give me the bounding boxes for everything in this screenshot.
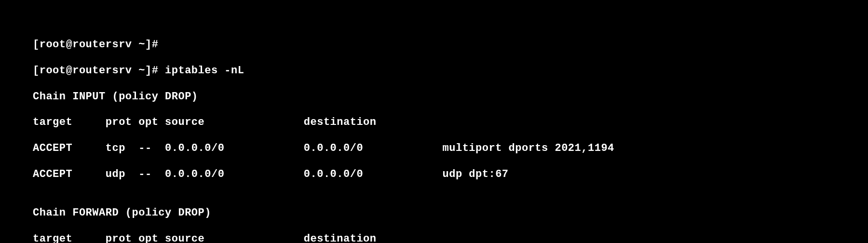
terminal-command-line[interactable]: [root@routersrv ~]# iptables -nL xyxy=(33,65,868,78)
terminal-prompt[interactable]: [root@routersrv ~]# xyxy=(33,39,868,52)
column-header: target prot opt source destination xyxy=(33,233,868,243)
iptables-rule: ACCEPT udp -- 0.0.0.0/0 0.0.0.0/0 udp dp… xyxy=(33,168,868,181)
chain-input-header: Chain INPUT (policy DROP) xyxy=(33,91,868,104)
chain-forward-header: Chain FORWARD (policy DROP) xyxy=(33,207,868,220)
iptables-rule: ACCEPT tcp -- 0.0.0.0/0 0.0.0.0/0 multip… xyxy=(33,142,868,155)
column-header: target prot opt source destination xyxy=(33,116,868,129)
